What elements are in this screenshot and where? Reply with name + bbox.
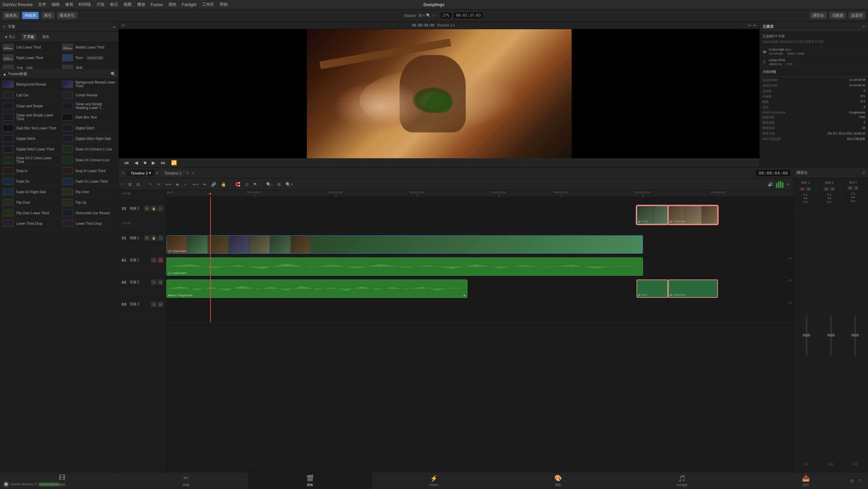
menu-fairlight[interactable]: Fairlight <box>182 2 197 7</box>
effect-center-reveal[interactable]: Center Reveal <box>59 90 119 101</box>
media-pool-btn[interactable]: 媒体池 <box>3 12 19 19</box>
effect-type-import[interactable]: ⊕ 导入 <box>3 34 18 40</box>
zoom-in-btn[interactable]: 🔍+ <box>284 181 295 188</box>
stop-btn[interactable]: ■ <box>142 159 148 166</box>
menu-workspace[interactable]: 工作区 <box>202 2 214 7</box>
playhead-link-btn[interactable]: ⊙ <box>243 181 250 188</box>
effect-fade-on[interactable]: Fade On <box>0 176 59 187</box>
link-btn[interactable]: 🔗 <box>209 181 218 188</box>
a1-main-clip[interactable]: 🔗 C0040.MP4 <box>166 257 643 276</box>
effect-draw-corners-1[interactable]: Draw On Corners 1 Line <box>59 144 119 155</box>
inspector-close-icon[interactable]: ✕ <box>862 24 865 29</box>
timeline-tracks-content[interactable]: 00:00:00:00 00:00:05:00 00:00:10:00 00:0… <box>166 190 793 489</box>
a2-m-btn[interactable]: M <box>158 279 163 285</box>
v1-main-clip[interactable]: 🔗 C0040.MP4 <box>166 235 643 254</box>
menu-color[interactable]: 调色 <box>168 2 177 7</box>
nav-fairlight[interactable]: 🎵 Fairlight <box>620 473 744 489</box>
effect-general[interactable]: 通用 <box>59 63 119 69</box>
timeline-selector[interactable]: Timeline 2 ▾ <box>437 23 455 27</box>
a2-clip-c054[interactable]: 🔗 C0054.MP4 <box>668 279 718 298</box>
mixer-settings-icon[interactable]: ⚙ <box>862 171 865 175</box>
menu-help[interactable]: 帮助 <box>220 2 228 7</box>
effect-lower-third-drop-r[interactable]: Lower Third Drop <box>59 218 119 229</box>
effect-flip-up[interactable]: Flip Up <box>59 197 119 208</box>
effect-dark-box-lower[interactable]: Dark Box Text Lower Third <box>0 123 59 133</box>
skip-start-btn[interactable]: ⏮ <box>123 159 130 166</box>
menu-trim[interactable]: 修剪 <box>65 2 73 7</box>
effect-background-reveal[interactable]: Background Reveal <box>0 79 59 90</box>
effect-call-out[interactable]: Call Out <box>0 90 59 101</box>
v2-clip-c054[interactable]: 🔗 C0054.MP4 <box>668 205 718 224</box>
menu-marker[interactable]: 标记 <box>110 2 118 7</box>
menu-edit[interactable]: 编辑 <box>52 2 60 7</box>
inspector-btn[interactable]: 调音台 <box>810 12 827 19</box>
a1-m-btn[interactable]: M <box>158 257 163 263</box>
v1-eye-btn[interactable]: 👁 <box>144 235 150 241</box>
a2-clip-c003[interactable]: 🔗 C003... <box>636 279 668 298</box>
v2-clip-c003[interactable]: 🔗 C003... <box>636 205 668 224</box>
nav-fast-edit[interactable]: ✂ 快编 <box>124 472 248 489</box>
zoom-level[interactable]: 27% <box>441 13 451 18</box>
a3-mute-btn[interactable]: S <box>151 302 156 307</box>
effect-clean-simple[interactable]: Clean and Simple <box>0 101 59 112</box>
a3-m-btn[interactable]: M <box>158 302 163 307</box>
effect-left-lower-third[interactable]: Left Lower Third <box>0 42 59 53</box>
effect-drop-in-lower[interactable]: Drop In Lower Third <box>59 166 119 176</box>
bus1-m-btn[interactable]: M <box>848 186 853 190</box>
effect-flip-lower[interactable]: Flip Over Lower Third <box>0 208 59 218</box>
timeline-tab-close-btn[interactable]: ✕ <box>155 170 159 176</box>
nav-deliver[interactable]: 📤 交付 <box>744 472 868 489</box>
effect-draw-2-lines[interactable]: Draw On 2 Lines Lower Third <box>0 155 59 166</box>
effect-text[interactable]: 文本 字幕 <box>0 63 59 69</box>
menu-clip[interactable]: 片段 <box>96 2 105 7</box>
effect-clean-heading[interactable]: Clean and Simple Heading Lower T... <box>59 101 119 112</box>
loop-btn[interactable]: 🔁 <box>170 159 178 166</box>
bus1-s-btn[interactable]: S <box>854 186 858 190</box>
a2-ch-s-btn[interactable]: S <box>830 187 834 191</box>
lock-btn[interactable]: 🔒 <box>219 181 228 188</box>
slip-tool-btn[interactable]: ↔ <box>182 181 189 188</box>
blade-tool-btn[interactable]: ◈ <box>174 181 181 188</box>
pen-tool-btn[interactable]: ✒ <box>201 181 208 188</box>
settings-timeline-btn[interactable]: + <box>785 181 791 188</box>
effect-type-title[interactable]: T 字幕 <box>22 34 36 40</box>
nav-color[interactable]: 🎨 调色 <box>496 472 620 489</box>
timeline-tab-1[interactable]: Timeline 1 <box>161 170 185 176</box>
bus1-fader-handle[interactable] <box>851 334 859 337</box>
a1-ch-m-btn[interactable]: M <box>800 187 805 191</box>
index-btn[interactable]: 索引 <box>41 12 54 19</box>
menu-fusion[interactable]: Fusion <box>151 2 163 7</box>
effect-draw-corners[interactable]: Draw On Corners Line <box>59 155 119 166</box>
effects-btn[interactable]: 特效库 <box>22 12 39 19</box>
effect-horizontal-line[interactable]: Horizontal Line Reveal <box>59 208 119 218</box>
prev-frame-icon[interactable]: ⏮ <box>748 23 751 27</box>
fusion-effects-header[interactable]: ▲ Fusion标题 🔍 <box>0 69 118 79</box>
v1-lock-btn[interactable]: 🔒 <box>151 235 156 241</box>
effect-type-general[interactable]: 通用 <box>40 34 51 40</box>
timeline-tab1-close-btn[interactable]: ✕ <box>186 170 189 176</box>
app-name[interactable]: DaVinci Resolve <box>3 2 33 7</box>
a2-main-clip[interactable]: Before I Forget.mp3 ▶ <box>166 279 467 298</box>
timeline-tab-2[interactable]: Timeline 2 ▾ <box>127 170 154 176</box>
settings-icon[interactable]: ⚙ <box>850 478 854 484</box>
select-tool-btn[interactable]: ↖ <box>147 181 154 188</box>
a1-mute-btn[interactable]: S <box>151 257 156 263</box>
effect-digital-glitch-r[interactable]: Digital Glitch <box>59 123 119 133</box>
menu-view[interactable]: 视图 <box>124 2 132 7</box>
prev-frame-btn[interactable]: ◀ <box>133 159 140 166</box>
a2-fader-handle[interactable] <box>827 334 835 337</box>
add-track-btn[interactable]: ⊞ <box>127 181 133 188</box>
settings-btn[interactable]: 设置管 <box>849 12 865 19</box>
metadata-btn[interactable]: 元数据 <box>829 12 846 19</box>
next-frame-icon[interactable]: ⏭ <box>753 23 757 27</box>
effect-fade-right[interactable]: Fade On Right Side <box>0 187 59 197</box>
help-icon[interactable]: ? <box>858 478 861 484</box>
effect-dark-box[interactable]: Dark Box Text <box>59 112 119 123</box>
a1-ch-s-btn[interactable]: S <box>806 187 811 191</box>
a1-fader-handle[interactable] <box>803 334 810 337</box>
add-timeline-btn[interactable]: + <box>191 170 194 176</box>
slide-tool-btn[interactable]: ⟻ <box>191 181 200 188</box>
effect-bg-reveal-lower[interactable]: Background Reveal Lower Third <box>59 79 119 90</box>
effect-right-lower-third[interactable]: Right Lower Third <box>0 53 59 63</box>
effect-flip-over-r[interactable]: Flip Over <box>59 187 119 197</box>
